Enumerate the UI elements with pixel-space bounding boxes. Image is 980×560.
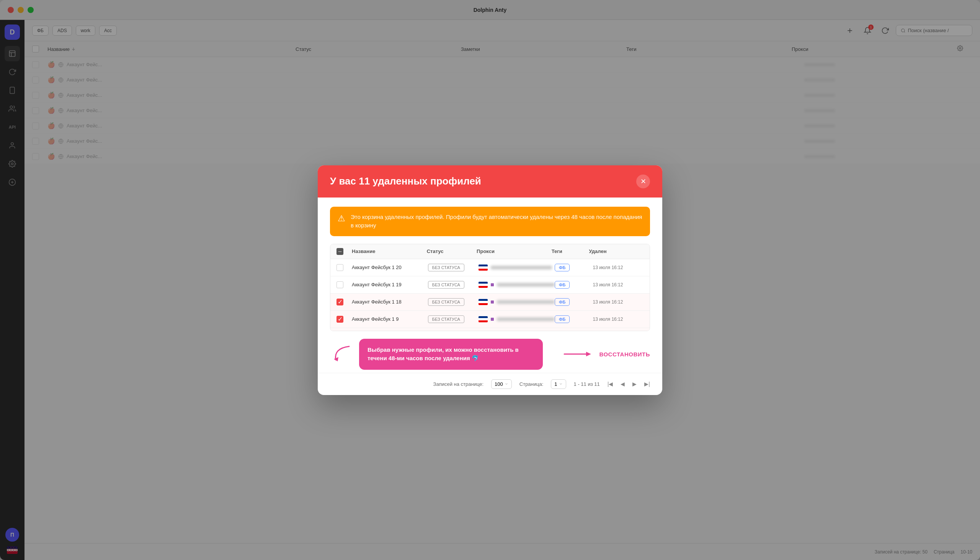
restore-button[interactable]: ВОССТАНОВИТЬ <box>599 351 650 358</box>
mr-tags-2: ФБ <box>555 281 593 288</box>
dropdown-icon <box>505 382 508 386</box>
modal-table: ─ Название Статус Прокси Теги Удален <box>330 244 650 331</box>
tag-badge-2: ФБ <box>555 281 570 288</box>
mr-deleted-3: 13 июля 16:12 <box>593 299 643 305</box>
proxy-flag-extra-3 <box>491 300 494 303</box>
status-badge-1: БЕЗ СТАТУСА <box>428 264 464 272</box>
warning-text: Это корзина удаленных профилей. Профили … <box>351 213 642 230</box>
pagination-last[interactable]: ▶| <box>644 381 650 387</box>
mr-tags-4: ФБ <box>555 315 593 323</box>
pagination-records-value: 100 <box>495 381 503 387</box>
callout-area: Выбрав нужные профили, их можно восстано… <box>330 331 650 373</box>
mr-status-1: БЕЗ СТАТУСА <box>428 264 479 272</box>
mth-check: ─ <box>337 248 352 255</box>
row-3-checkbox[interactable]: ✓ <box>337 298 343 305</box>
modal-table-row-checked: ✓ Аккаунт Фейсбук 1 9 БЕЗ СТАТУСА ФБ <box>330 311 650 328</box>
proxy-text-4 <box>497 317 555 321</box>
mth-status: Статус <box>427 248 477 254</box>
pagination-records-label: Записей на странице: <box>433 381 484 387</box>
row-1-checkbox[interactable] <box>337 264 343 271</box>
pagination-total: 1 - 11 из 11 <box>574 381 600 387</box>
deleted-profiles-modal: У вас 11 удаленных профилей ✕ ⚠ Это корз… <box>318 165 662 395</box>
callout-arrow-icon <box>330 345 353 363</box>
mr-check-2 <box>337 281 352 288</box>
modal-table-row: Аккаунт Фейсбук 1 20 БЕЗ СТАТУСА ФБ 13 и… <box>330 259 650 277</box>
modal-overlay[interactable]: У вас 11 удаленных профилей ✕ ⚠ Это корз… <box>0 0 980 560</box>
mth-deleted: Удален <box>589 248 639 254</box>
warning-icon: ⚠ <box>338 213 345 223</box>
proxy-flag-4 <box>478 316 488 322</box>
mr-check-4: ✓ <box>337 316 352 323</box>
mr-check-3: ✓ <box>337 298 352 305</box>
warning-banner: ⚠ Это корзина удаленных профилей. Профил… <box>330 207 650 236</box>
callout-bubble: Выбрав нужные профили, их можно восстано… <box>359 339 543 370</box>
pagination-records-select[interactable]: 100 <box>491 379 512 389</box>
proxy-flag-extra-4 <box>491 318 494 321</box>
mr-tags-3: ФБ <box>555 298 593 306</box>
mr-status-4: БЕЗ СТАТУСА <box>428 315 479 323</box>
proxy-flag-1 <box>478 265 488 271</box>
svg-marker-33 <box>586 352 591 357</box>
row-2-checkbox[interactable] <box>337 281 343 288</box>
modal-title: У вас 11 удаленных профилей <box>330 175 481 187</box>
pagination-next[interactable]: ▶ <box>632 381 637 387</box>
mth-proxy: Прокси <box>477 248 552 254</box>
pagination-page-value: 1 <box>554 381 557 387</box>
svg-marker-31 <box>334 357 338 361</box>
callout-text: Выбрав нужные профили, их можно восстано… <box>368 347 519 362</box>
status-badge-3: БЕЗ СТАТУСА <box>428 298 464 306</box>
dropdown-icon <box>559 382 563 386</box>
mr-proxy-1 <box>478 265 555 271</box>
modal-table-header: ─ Название Статус Прокси Теги Удален <box>330 244 650 259</box>
mr-proxy-2 <box>478 282 555 288</box>
modal-select-all-checkbox[interactable]: ─ <box>337 248 343 255</box>
mr-name-3: Аккаунт Фейсбук 1 18 <box>352 299 428 305</box>
mr-proxy-4 <box>478 316 555 322</box>
modal-table-row: Аккаунт Фейсбук 1 19 БЕЗ СТАТУСА ФБ 1 <box>330 277 650 293</box>
modal-close-button[interactable]: ✕ <box>636 175 650 188</box>
restore-arrow-icon <box>562 348 593 360</box>
tag-badge-4: ФБ <box>555 315 570 323</box>
modal-header: У вас 11 удаленных профилей ✕ <box>318 165 662 198</box>
mr-name-1: Аккаунт Фейсбук 1 20 <box>352 265 428 270</box>
mth-name: Название <box>352 248 427 254</box>
mr-status-2: БЕЗ СТАТУСА <box>428 281 479 288</box>
proxy-text-1 <box>491 266 552 270</box>
mr-status-3: БЕЗ СТАТУСА <box>428 298 479 306</box>
proxy-flag-2 <box>478 282 488 288</box>
row-4-checkbox[interactable]: ✓ <box>337 316 343 323</box>
mr-name-4: Аккаунт Фейсбук 1 9 <box>352 316 428 322</box>
status-badge-4: БЕЗ СТАТУСА <box>428 315 464 323</box>
modal-body: ⚠ Это корзина удаленных профилей. Профил… <box>318 198 662 373</box>
proxy-flag-extra-2 <box>491 283 494 286</box>
pagination-page-label: Страница: <box>520 381 543 387</box>
pagination-page-select[interactable]: 1 <box>551 379 566 389</box>
proxy-text-3 <box>497 300 555 304</box>
tag-badge-3: ФБ <box>555 298 570 306</box>
pagination-prev[interactable]: ◀ <box>620 381 625 387</box>
status-badge-2: БЕЗ СТАТУСА <box>428 281 464 288</box>
modal-footer: Записей на странице: 100 Страница: 1 1 -… <box>318 373 662 395</box>
mr-deleted-2: 13 июля 16:12 <box>593 282 643 287</box>
mr-name-2: Аккаунт Фейсбук 1 19 <box>352 282 428 287</box>
tag-badge-1: ФБ <box>555 264 570 272</box>
modal-table-row-checked: ✓ Аккаунт Фейсбук 1 8 БЕЗ СТАТУСА ФБ <box>330 328 650 331</box>
modal-table-row-checked: ✓ Аккаунт Фейсбук 1 18 БЕЗ СТАТУСА ФБ <box>330 293 650 311</box>
mr-proxy-3 <box>478 299 555 305</box>
proxy-flag-3 <box>478 299 488 305</box>
app-window: Dolphin Anty D <box>0 0 980 560</box>
pagination-first[interactable]: |◀ <box>608 381 613 387</box>
mr-check-1 <box>337 264 352 271</box>
mth-tags: Теги <box>552 248 589 254</box>
proxy-text-2 <box>497 283 555 287</box>
mr-tags-1: ФБ <box>555 264 593 272</box>
mr-deleted-4: 13 июля 16:12 <box>593 317 643 322</box>
mr-deleted-1: 13 июля 16:12 <box>593 265 643 270</box>
